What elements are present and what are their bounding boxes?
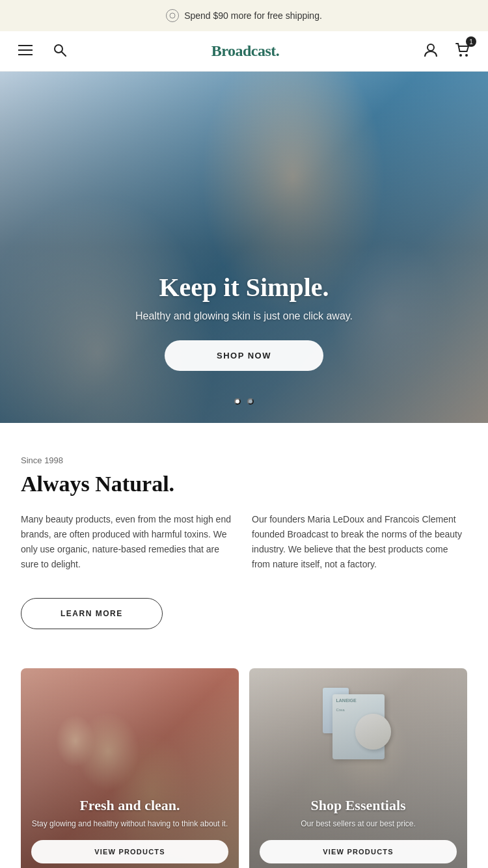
svg-point-0 (170, 13, 175, 18)
header-right: 1 (422, 40, 472, 62)
hero-dot-1[interactable] (234, 398, 241, 405)
announcement-text: Spend $90 more for free shipping. (184, 10, 322, 21)
cart-wrapper: 1 (453, 40, 472, 62)
hero-title: Keep it Simple. (26, 272, 462, 303)
since-label: Since 1998 (21, 455, 467, 465)
learn-more-button[interactable]: LEARN MORE (21, 598, 163, 629)
svg-point-7 (459, 54, 462, 57)
category-card-essentials: LANEIGE Crea Shop Essentials Our best se… (249, 668, 467, 868)
svg-point-8 (465, 54, 468, 57)
account-button[interactable] (422, 40, 440, 62)
svg-point-4 (55, 45, 62, 53)
svg-line-5 (62, 52, 66, 56)
card-content-essentials: Shop Essentials Our best sellers at our … (249, 784, 467, 868)
header-left (16, 41, 69, 61)
shipping-icon (166, 9, 179, 22)
card-subtitle-fresh: Stay glowing and healthy without having … (31, 818, 228, 830)
announcement-bar: Spend $90 more for free shipping. (0, 0, 488, 31)
category-card-fresh: Fresh and clean. Stay glowing and health… (21, 668, 239, 868)
hero-content: Keep it Simple. Healthy and glowing skin… (0, 272, 488, 371)
hero-dot-2[interactable] (247, 398, 254, 405)
card-subtitle-essentials: Our best sellers at our best price. (260, 818, 457, 830)
about-right-text: Our founders Maria LeDoux and Francois C… (252, 512, 467, 572)
card-content-fresh: Fresh and clean. Stay glowing and health… (21, 784, 239, 868)
card-title-essentials: Shop Essentials (260, 797, 457, 814)
svg-point-6 (427, 44, 434, 51)
card-cta-essentials[interactable]: VIEW PRODUCTS (260, 840, 457, 863)
about-title: Always Natural. (21, 472, 467, 496)
card-title-fresh: Fresh and clean. (31, 797, 228, 814)
hero-pagination (234, 398, 254, 405)
card-cta-fresh[interactable]: VIEW PRODUCTS (31, 840, 228, 863)
hero-cta-button[interactable]: SHOP NOW (165, 340, 323, 371)
about-section: Since 1998 Always Natural. Many beauty p… (0, 423, 488, 655)
hero-subtitle: Healthy and glowing skin is just one cli… (26, 310, 462, 322)
header: Broadcast. 1 (0, 31, 488, 72)
about-columns: Many beauty products, even from the most… (21, 512, 467, 572)
about-left-text: Many beauty products, even from the most… (21, 512, 236, 572)
hero-section: Keep it Simple. Healthy and glowing skin… (0, 72, 488, 423)
logo-text: Broadcast. (211, 42, 280, 59)
category-grid: Fresh and clean. Stay glowing and health… (0, 655, 488, 868)
menu-button[interactable] (16, 42, 35, 61)
logo[interactable]: Broadcast. (211, 42, 280, 60)
search-button[interactable] (51, 41, 69, 61)
cart-count-badge: 1 (466, 36, 476, 47)
